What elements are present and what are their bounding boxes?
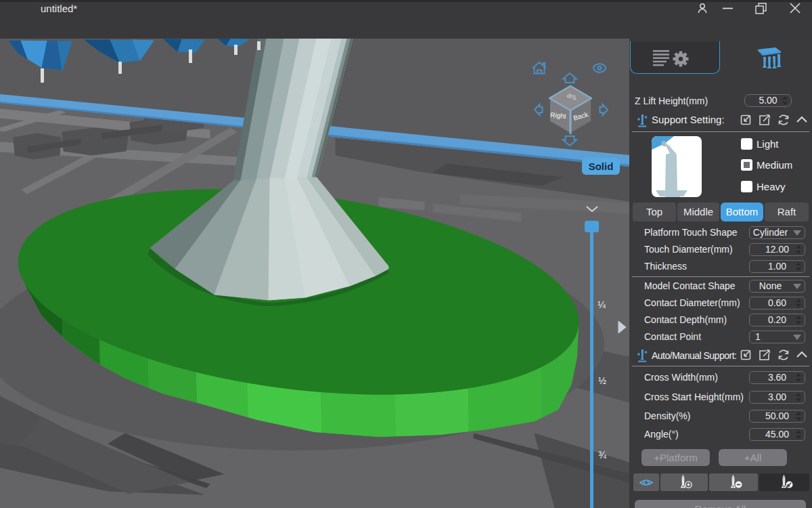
- svg-text:Solid: Solid: [589, 161, 614, 172]
- svg-text:¾: ¾: [598, 450, 606, 461]
- svg-text:Top: Top: [566, 93, 577, 100]
- svg-text:½: ½: [598, 375, 606, 386]
- svg-text:¼: ¼: [597, 299, 606, 310]
- svg-text:Right: Right: [550, 111, 566, 120]
